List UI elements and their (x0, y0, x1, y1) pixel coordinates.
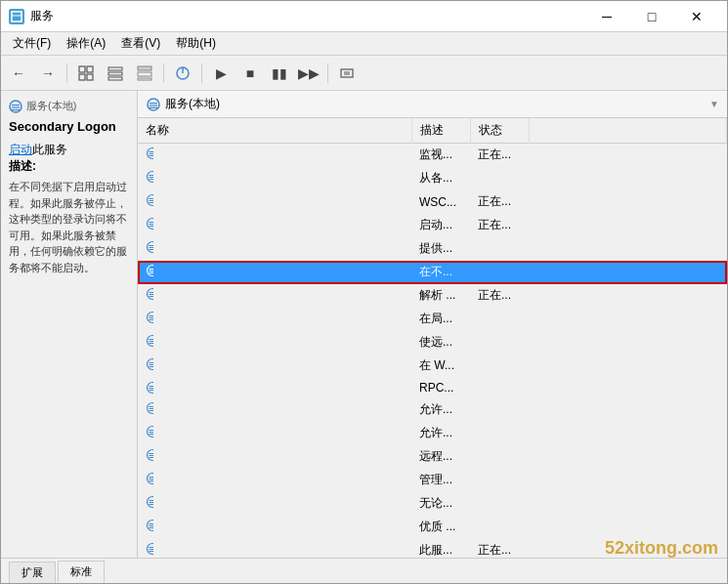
table-row[interactable]: Sensor Data Service从各... (138, 167, 727, 190)
service-icon (146, 287, 153, 301)
svg-rect-56 (150, 319, 154, 320)
service-extra (529, 214, 727, 237)
sidebar-icon (9, 100, 22, 113)
service-icon (146, 425, 153, 438)
view-btn-3[interactable] (131, 60, 158, 87)
service-desc: 监视... (411, 144, 470, 167)
maximize-button[interactable]: □ (629, 1, 674, 32)
back-button[interactable]: ← (5, 60, 32, 87)
forward-button[interactable]: → (34, 60, 62, 87)
svg-rect-71 (150, 408, 154, 409)
service-status (470, 469, 529, 492)
table-row[interactable]: Security Accounts Manager启动...正在... (138, 214, 727, 237)
menu-action[interactable]: 操作(A) (59, 33, 113, 54)
tab-standard[interactable]: 标准 (58, 561, 105, 583)
table-row[interactable]: Remote Desktop Services UserMode Port R.… (138, 398, 727, 422)
svg-rect-84 (150, 480, 154, 481)
svg-rect-82 (150, 477, 154, 478)
svg-rect-8 (108, 77, 122, 80)
svg-rect-9 (138, 66, 151, 70)
service-status (470, 516, 529, 539)
svg-rect-26 (150, 151, 154, 152)
svg-rect-87 (150, 502, 154, 503)
table-row[interactable]: Secure Socket Tunneling Protocol Service… (138, 237, 727, 261)
service-extra (529, 331, 727, 355)
service-desc: 允许... (411, 422, 470, 445)
table-row[interactable]: Remote Desktop Configuration远程... (138, 445, 727, 469)
col-header-extra[interactable] (529, 118, 727, 144)
tab-extend[interactable]: 扩展 (9, 562, 56, 583)
service-desc: 提供... (411, 237, 470, 261)
view-btn-2[interactable] (102, 60, 129, 87)
service-icon (146, 193, 153, 207)
service-icon (146, 401, 153, 415)
svg-rect-88 (150, 504, 154, 505)
table-row[interactable]: Routing and Remote Access在局... (138, 308, 727, 331)
table-row[interactable]: Remote Registry使远... (138, 331, 727, 355)
table-row[interactable]: Remote Access Connection Manager管理... (138, 469, 727, 492)
table-row[interactable]: Remote Procedure Call (RPC)RPC... (138, 378, 727, 398)
service-desc: 在不... (411, 261, 470, 284)
service-desc: 解析 ... (411, 284, 470, 308)
service-desc: 远程... (411, 445, 470, 469)
service-status (470, 261, 529, 284)
svg-rect-70 (150, 406, 154, 407)
stop-btn[interactable]: ■ (236, 60, 264, 87)
svg-rect-86 (150, 500, 154, 501)
svg-rect-6 (108, 67, 122, 70)
sidebar-desc: 在不同凭据下启用启动过程。如果此服务被停止，这种类型的登录访问将不可用。如果此服… (9, 179, 129, 275)
service-icon (146, 472, 153, 485)
sidebar-start-area: 启动此服务 (9, 142, 129, 158)
service-status: 正在... (470, 284, 529, 308)
svg-rect-90 (150, 523, 154, 524)
panel-header-arrow[interactable]: ▼ (709, 99, 719, 109)
connect-btn[interactable] (169, 60, 196, 87)
service-status: 正在... (470, 539, 529, 559)
table-row[interactable]: Program Compatibility Assistant Service此… (138, 539, 727, 559)
menu-file[interactable]: 文件(F) (5, 33, 59, 54)
table-row[interactable]: Security CenterWSC...正在... (138, 190, 727, 214)
svg-rect-46 (150, 269, 154, 270)
svg-rect-38 (150, 222, 154, 223)
service-status: 正在... (470, 190, 529, 214)
view-btn-1[interactable] (72, 60, 100, 87)
table-row[interactable]: RPC Endpoint Mapper解析 ...正在... (138, 284, 727, 308)
service-desc: 启动... (411, 214, 470, 237)
close-button[interactable]: ✕ (674, 1, 719, 32)
service-desc: 在 W... (411, 355, 470, 378)
menu-view[interactable]: 查看(V) (113, 33, 168, 54)
menu-help[interactable]: 帮助(H) (168, 33, 224, 54)
table-row[interactable]: Quality Windows Audio Video Experience优质… (138, 516, 727, 539)
table-row[interactable]: Secondary Logon在不... (138, 261, 727, 284)
bottom-tabs: 扩展 标准 (1, 558, 727, 583)
restart-btn[interactable]: ▶▶ (295, 60, 322, 87)
svg-rect-42 (150, 245, 154, 246)
svg-rect-30 (150, 175, 154, 176)
table-row[interactable]: Remote Access Auto Connection Manager无论.… (138, 492, 727, 516)
service-extra (529, 422, 727, 445)
table-row[interactable]: Remote Procedure Call (RPC) Locator在 W..… (138, 355, 727, 378)
pause-btn[interactable]: ▮▮ (266, 60, 293, 87)
svg-rect-64 (150, 366, 154, 367)
main-area: 服务(本地) Secondary Logon 启动此服务 描述: 在不同凭据下启… (1, 91, 727, 558)
minimize-button[interactable]: ─ (584, 1, 629, 32)
col-header-status[interactable]: 状态 (470, 118, 529, 144)
svg-rect-10 (138, 72, 151, 76)
svg-rect-3 (87, 66, 93, 72)
props-btn[interactable] (333, 60, 361, 87)
panel-header-icon (146, 97, 161, 112)
svg-rect-31 (150, 177, 154, 178)
service-icon (146, 146, 153, 160)
col-header-name[interactable]: 名称 (138, 118, 411, 144)
menu-bar: 文件(F) 操作(A) 查看(V) 帮助(H) (1, 32, 727, 56)
table-row[interactable]: Remote Desktop Services允许... (138, 422, 727, 445)
col-header-desc[interactable]: 描述 (411, 118, 470, 144)
service-extra (529, 284, 727, 308)
svg-rect-32 (150, 179, 154, 180)
title-bar-controls: ─ □ ✕ (584, 1, 719, 32)
svg-rect-19 (12, 106, 20, 107)
table-row[interactable]: Sensor Monitoring Service监视...正在... (138, 144, 727, 167)
sidebar-start-link[interactable]: 启动 (9, 143, 32, 156)
play-btn[interactable]: ▶ (207, 60, 235, 87)
svg-rect-40 (150, 226, 154, 227)
